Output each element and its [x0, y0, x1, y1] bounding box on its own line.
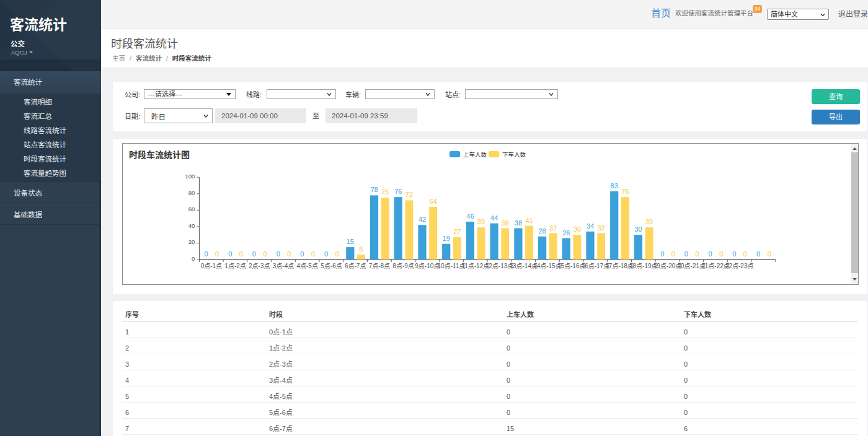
svg-text:72: 72 — [405, 191, 413, 198]
svg-text:22点-23点: 22点-23点 — [725, 263, 754, 269]
svg-text:76: 76 — [621, 188, 629, 195]
svg-text:30: 30 — [574, 225, 581, 233]
svg-text:15: 15 — [347, 238, 354, 245]
svg-text:0: 0 — [287, 250, 291, 258]
svg-text:0: 0 — [335, 250, 339, 258]
svg-text:7点-8点: 7点-8点 — [369, 263, 390, 269]
svg-text:0: 0 — [695, 250, 699, 258]
svg-text:6点-7点: 6点-7点 — [345, 263, 366, 269]
svg-text:39: 39 — [645, 218, 653, 225]
svg-text:38: 38 — [515, 219, 522, 227]
svg-text:38: 38 — [502, 219, 509, 227]
svg-text:0: 0 — [324, 250, 328, 258]
svg-text:78: 78 — [370, 186, 378, 193]
svg-text:26: 26 — [562, 229, 570, 237]
svg-text:0: 0 — [277, 250, 280, 258]
svg-text:60: 60 — [188, 206, 195, 212]
svg-text:100: 100 — [185, 173, 195, 180]
svg-text:34: 34 — [587, 222, 594, 230]
svg-text:42: 42 — [418, 216, 426, 223]
svg-text:44: 44 — [490, 214, 498, 222]
svg-text:0: 0 — [239, 250, 243, 258]
svg-text:19: 19 — [443, 235, 450, 242]
svg-text:76: 76 — [394, 188, 402, 195]
svg-text:20: 20 — [188, 238, 195, 245]
svg-text:4点-5点: 4点-5点 — [296, 263, 317, 269]
svg-text:0: 0 — [300, 250, 304, 258]
svg-text:3点-4点: 3点-4点 — [273, 263, 294, 269]
svg-text:64: 64 — [429, 198, 436, 205]
svg-text:75: 75 — [381, 188, 389, 196]
svg-text:30: 30 — [634, 225, 642, 233]
svg-text:83: 83 — [611, 182, 618, 190]
svg-text:39: 39 — [477, 218, 485, 225]
svg-text:0: 0 — [709, 250, 712, 258]
svg-text:0: 0 — [756, 250, 760, 258]
svg-text:0: 0 — [660, 250, 664, 258]
svg-text:6: 6 — [359, 245, 363, 253]
svg-text:0: 0 — [684, 250, 688, 258]
svg-text:40: 40 — [188, 222, 195, 229]
svg-text:46: 46 — [466, 212, 474, 220]
svg-text:32: 32 — [597, 224, 604, 232]
svg-text:0: 0 — [671, 250, 675, 258]
svg-text:0: 0 — [252, 250, 256, 258]
svg-text:0点-1点: 0点-1点 — [201, 263, 222, 269]
svg-text:2点-3点: 2点-3点 — [249, 263, 270, 269]
svg-text:80: 80 — [188, 190, 195, 196]
svg-text:0: 0 — [192, 255, 195, 262]
svg-text:0: 0 — [768, 250, 771, 258]
svg-text:8点-9点: 8点-9点 — [392, 263, 414, 269]
svg-text:0: 0 — [204, 250, 208, 258]
svg-text:0: 0 — [719, 250, 723, 258]
svg-text:0: 0 — [215, 250, 219, 258]
svg-text:28: 28 — [538, 227, 546, 235]
svg-text:41: 41 — [525, 217, 533, 224]
svg-text:32: 32 — [549, 224, 557, 232]
svg-text:1点-2点: 1点-2点 — [224, 263, 246, 269]
svg-text:27: 27 — [453, 228, 461, 235]
svg-text:0: 0 — [743, 250, 747, 258]
svg-text:0: 0 — [263, 250, 267, 258]
svg-text:0: 0 — [228, 250, 232, 258]
svg-text:9点-10点: 9点-10点 — [415, 263, 440, 269]
svg-text:0: 0 — [732, 250, 736, 258]
svg-text:5点-6点: 5点-6点 — [321, 263, 342, 269]
svg-text:0: 0 — [311, 250, 315, 258]
